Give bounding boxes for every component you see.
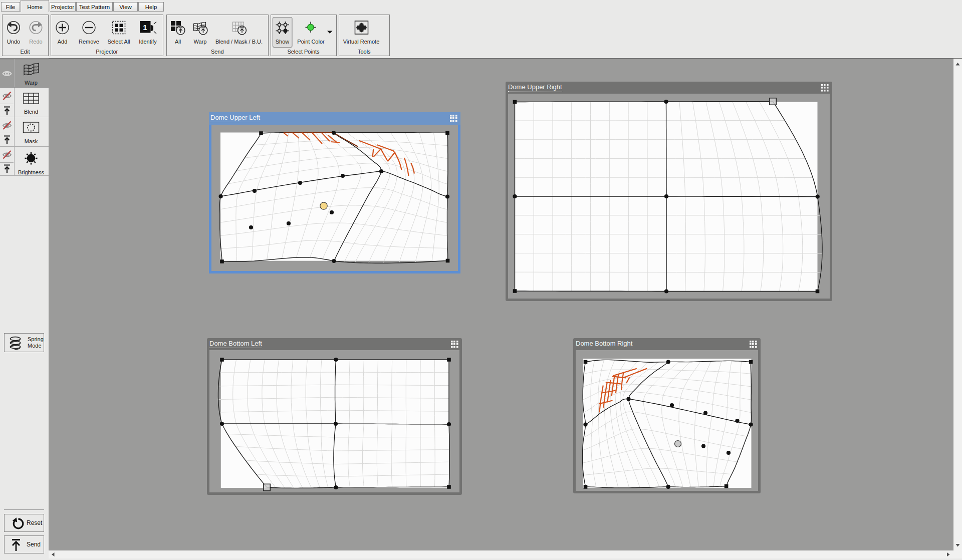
svg-text:1: 1 [143,23,147,32]
